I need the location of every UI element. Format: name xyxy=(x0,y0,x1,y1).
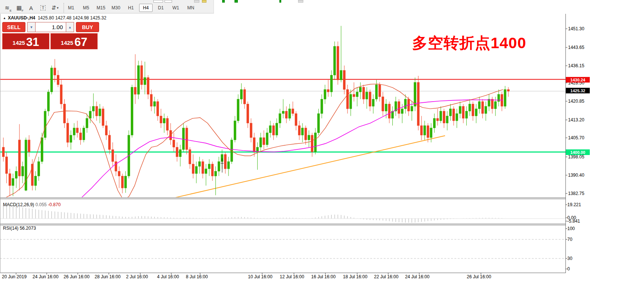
candle-body xyxy=(308,135,310,140)
candle-body xyxy=(2,147,4,157)
candle-body xyxy=(83,128,85,140)
toolbar-fragment xyxy=(222,0,225,3)
candle-body xyxy=(295,114,297,125)
candle-body xyxy=(147,78,149,94)
candle-body xyxy=(102,109,104,125)
candle-body xyxy=(105,125,107,135)
candle-body xyxy=(465,111,467,118)
candle-body xyxy=(263,137,265,145)
timeframe-button-m1[interactable]: M1 xyxy=(64,4,78,12)
candle-body xyxy=(378,85,381,97)
time-tick-label: 26 Jun 16:00 xyxy=(64,274,89,279)
toolbar-fragment xyxy=(194,0,199,3)
text-label-icon[interactable]: A xyxy=(26,3,36,12)
toolbar-fragment xyxy=(298,0,303,3)
time-tick-label: 16 Jul 16:00 xyxy=(311,274,335,279)
arrows-icon[interactable]: ⇵▾ xyxy=(50,3,60,12)
time-tick-label: 4 Jul 16:00 xyxy=(157,274,179,279)
candle-body xyxy=(50,68,53,92)
candle-body xyxy=(266,133,268,145)
timeframe-button-m30[interactable]: M30 xyxy=(109,4,123,12)
candle-body xyxy=(494,102,497,109)
candle-body xyxy=(276,123,278,135)
candle-body xyxy=(411,106,413,111)
toolbar-fragment xyxy=(234,0,238,3)
candle-body xyxy=(227,162,230,169)
candle-body xyxy=(150,94,153,106)
toolbar-fragment xyxy=(165,0,172,3)
candle-body xyxy=(279,114,281,123)
candle-body xyxy=(321,99,323,114)
rsi-tick-label: 100 xyxy=(567,226,575,231)
macd-tick-label: 19.221 xyxy=(567,202,581,207)
candle-body xyxy=(60,85,62,104)
candle-body xyxy=(111,149,114,161)
volume-input[interactable]: 1.00 xyxy=(36,22,66,32)
candle-body xyxy=(131,87,133,135)
candle-body xyxy=(44,111,46,138)
timeframe-button-m15[interactable]: M15 xyxy=(94,4,108,12)
buy-quote[interactable]: 1425 67 xyxy=(50,33,98,49)
candle-body xyxy=(478,102,481,109)
time-tick-label: 18 Jul 16:00 xyxy=(343,274,367,279)
sell-price-big: 31 xyxy=(26,36,39,48)
candle-body xyxy=(157,102,159,116)
candle-body xyxy=(346,90,349,109)
collapse-icon[interactable]: ▲ xyxy=(3,16,6,20)
candle-body xyxy=(417,82,419,125)
candle-body xyxy=(70,135,72,142)
timeframe-button-h1[interactable]: H1 xyxy=(124,4,138,12)
candle-body xyxy=(12,179,14,186)
candle-body xyxy=(343,70,346,89)
candle-body xyxy=(95,106,98,116)
candle-body xyxy=(38,162,40,176)
candle-body xyxy=(292,109,294,114)
candle-body xyxy=(108,135,111,150)
volume-decrease-button[interactable]: ▼ xyxy=(27,22,36,32)
candle-body xyxy=(185,128,188,150)
candle-body xyxy=(375,85,378,99)
timeframe-button-m5[interactable]: M5 xyxy=(79,4,93,12)
time-tick-label: 22 Jul 16:00 xyxy=(374,274,398,279)
candle-body xyxy=(449,109,451,116)
time-tick-label: 24 Jul 16:00 xyxy=(405,274,429,279)
timeframe-button-d1[interactable]: D1 xyxy=(154,4,168,12)
timeframe-button-h4[interactable]: H4 xyxy=(139,4,153,12)
candle-body xyxy=(28,140,30,152)
toolbar-fragment xyxy=(153,0,163,3)
candle-body xyxy=(366,92,368,99)
candle-body xyxy=(404,99,407,109)
macd-signal-line xyxy=(3,207,505,222)
text-box-icon[interactable]: T xyxy=(38,3,48,12)
toolbar-fragment xyxy=(202,0,206,3)
timeframe-button-w1[interactable]: W1 xyxy=(169,4,183,12)
candle-body xyxy=(163,118,165,123)
grid-icon[interactable]: ▦F xyxy=(14,3,24,12)
candle-body xyxy=(388,104,390,118)
price-tick-label: 1436.15 xyxy=(568,63,584,68)
candle-body xyxy=(301,128,304,135)
candle-body xyxy=(398,102,400,114)
candle-body xyxy=(285,111,288,118)
sell-button[interactable]: SELL xyxy=(2,22,25,32)
candle-body xyxy=(237,99,239,121)
symbol-name: XAUUSD-,H4 xyxy=(8,15,35,21)
top-toolbar: ≋E▦FAT⇵▾ M1M5M15M30H1H4D1W1MN xyxy=(0,0,214,13)
candle-body xyxy=(491,99,493,109)
price-tick-label: 1420.85 xyxy=(568,99,584,104)
sell-quote[interactable]: 1425 31 xyxy=(2,33,49,49)
candle-body xyxy=(260,137,262,147)
candle-body xyxy=(92,106,95,111)
candle-body xyxy=(73,128,75,135)
indicators-icon[interactable]: ≋E xyxy=(2,3,12,12)
buy-button[interactable]: BUY xyxy=(76,22,99,32)
price-tick-label: 1413.20 xyxy=(568,117,584,123)
volume-increase-button[interactable]: ▲ xyxy=(66,22,74,32)
timeframe-button-mn[interactable]: MN xyxy=(184,4,197,12)
candle-body xyxy=(382,97,384,111)
sell-price-small: 1425 xyxy=(13,38,25,48)
candle-body xyxy=(183,128,185,150)
candle-body xyxy=(205,169,207,174)
candle-body xyxy=(385,104,387,111)
rsi-indicator-label: RSI(14) 56.2073 xyxy=(3,226,36,231)
